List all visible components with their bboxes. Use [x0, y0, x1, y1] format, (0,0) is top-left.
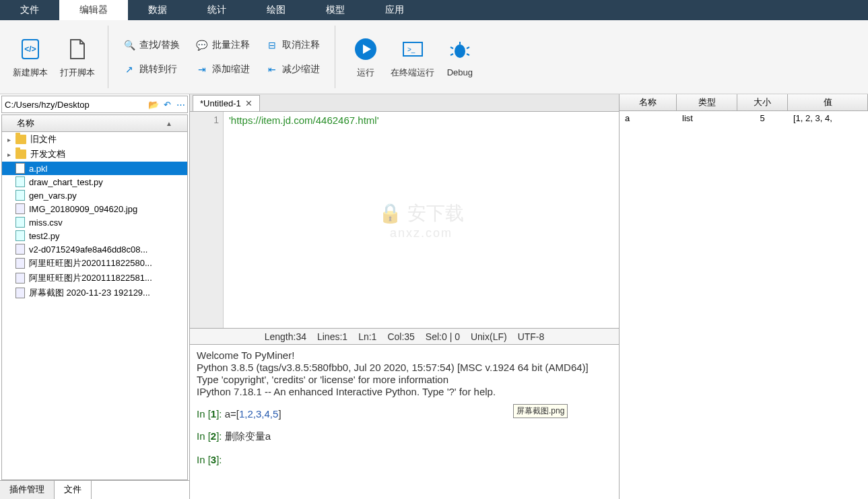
file-browser-panel: 📂 ↶ ⋯ 名称 ▲ ▸旧文件▸开发文档a.pkldraw_chart_test…	[0, 94, 190, 499]
jump-icon: ↗	[123, 63, 135, 75]
debug-button[interactable]: Debug	[436, 27, 483, 88]
path-input[interactable]	[2, 100, 147, 110]
folder-icon	[15, 149, 26, 159]
file-item[interactable]: test2.py	[2, 229, 187, 242]
code-content[interactable]: 'https://item.jd.com/4462467.html' 🔒 安下载…	[224, 112, 619, 328]
file-icon	[15, 163, 25, 174]
add-indent-button[interactable]: ⇥添加缩进	[196, 63, 250, 75]
watermark: 🔒 安下载 anxz.com	[378, 200, 464, 240]
jump-line-button[interactable]: ↗跳转到行	[123, 63, 180, 75]
tab-file[interactable]: 文件	[55, 481, 92, 499]
new-script-label: 新建脚本	[13, 67, 48, 79]
var-col-value[interactable]: 值	[788, 94, 868, 110]
status-sel: Sel:0 | 0	[426, 331, 460, 342]
play-icon	[352, 36, 379, 63]
svg-line-11	[467, 54, 469, 55]
center-panel: *Untitled-1 ✕ 1 'https://item.jd.com/446…	[190, 94, 619, 499]
file-name: test2.py	[29, 231, 60, 241]
menu-tab-plot[interactable]: 绘图	[246, 0, 306, 20]
file-name: 屏幕截图 2020-11-23 192129...	[29, 287, 150, 299]
top-menubar: 文件 编辑器 数据 统计 绘图 模型 应用	[0, 0, 868, 20]
variable-panel: 名称 类型 大小 值 alist5[1, 2, 3, 4,	[619, 94, 868, 499]
find-replace-button[interactable]: 🔍查找/替换	[123, 39, 180, 51]
status-length: Length:34	[265, 331, 306, 342]
python-file-icon	[15, 230, 25, 241]
menu-tab-stats[interactable]: 统计	[187, 0, 246, 20]
file-item[interactable]: gen_vars.py	[2, 189, 187, 202]
editor-status-bar: Length:34 Lines:1 Ln:1 Col:35 Sel:0 | 0 …	[190, 328, 619, 344]
image-file-icon	[15, 288, 25, 298]
comment-icon: 💬	[196, 39, 208, 51]
file-item[interactable]: draw_chart_test.py	[2, 175, 187, 189]
console-in-2: In [2]: 删除变量a	[197, 430, 612, 443]
reduce-indent-button[interactable]: ⇤减少缩进	[266, 63, 320, 75]
file-name: miss.csv	[29, 218, 63, 228]
var-col-size[interactable]: 大小	[737, 94, 788, 110]
file-item[interactable]: a.pkl	[2, 162, 187, 175]
open-script-label: 打开脚本	[60, 67, 95, 79]
status-lines: Lines:1	[317, 331, 347, 342]
variable-row[interactable]: alist5[1, 2, 3, 4,	[620, 111, 868, 125]
new-script-button[interactable]: </> 新建脚本	[7, 27, 54, 88]
file-name: a.pkl	[29, 164, 47, 174]
console-welcome: Welcome To PyMiner!	[197, 350, 612, 361]
menu-tab-file[interactable]: 文件	[0, 0, 59, 20]
console-in-3[interactable]: In [3]:	[197, 454, 612, 465]
path-bar: 📂 ↶ ⋯	[1, 96, 188, 113]
menu-tab-editor[interactable]: 编辑器	[59, 0, 128, 20]
file-item[interactable]: v2-d0715249afe8a46dd8c08...	[2, 242, 187, 256]
code-editor[interactable]: 1 'https://item.jd.com/4462467.html' 🔒 安…	[190, 112, 619, 328]
python-file-icon	[15, 176, 25, 187]
menu-tab-data[interactable]: 数据	[128, 0, 187, 20]
tab-plugin-manager[interactable]: 插件管理	[0, 481, 55, 499]
file-item[interactable]: ▸旧文件	[2, 132, 187, 147]
close-icon[interactable]: ✕	[245, 98, 253, 108]
file-item[interactable]: miss.csv	[2, 215, 187, 229]
file-item[interactable]: 屏幕截图 2020-11-23 192129...	[2, 286, 187, 300]
status-ln: Ln:1	[358, 331, 376, 342]
editor-tab-untitled[interactable]: *Untitled-1 ✕	[193, 95, 260, 111]
file-item[interactable]: 阿里旺旺图片2020111822580...	[2, 256, 187, 271]
console-type-info: Type 'copyright', 'credits' or 'license'…	[197, 374, 612, 385]
back-icon[interactable]: ↶	[160, 100, 174, 110]
run-button[interactable]: 运行	[342, 27, 389, 88]
folder-icon	[15, 135, 26, 144]
menu-tab-model[interactable]: 模型	[306, 0, 365, 20]
file-item[interactable]: 阿里旺旺图片2020111822581...	[2, 271, 187, 286]
status-eol: Unix(LF)	[471, 331, 507, 342]
terminal-icon: >_	[399, 36, 426, 63]
open-script-button[interactable]: 打开脚本	[54, 27, 101, 88]
image-file-icon	[15, 244, 25, 255]
file-name: gen_vars.py	[29, 191, 77, 201]
folder-open-icon[interactable]: 📂	[147, 100, 160, 110]
file-name: IMG_20180909_094620.jpg	[29, 204, 137, 214]
variable-header: 名称 类型 大小 值	[620, 94, 868, 111]
file-list-header[interactable]: 名称 ▲	[1, 114, 188, 132]
indent-icon: ⇥	[196, 63, 208, 75]
python-file-icon	[15, 190, 25, 201]
outdent-icon: ⇤	[266, 63, 278, 75]
console-python-version: Python 3.8.5 (tags/v3.8.5:580fbb0, Jul 2…	[197, 362, 612, 373]
more-icon[interactable]: ⋯	[174, 100, 187, 110]
python-file-icon	[15, 217, 25, 228]
cancel-comment-button[interactable]: ⊟取消注释	[266, 39, 320, 51]
file-name: 旧文件	[30, 133, 57, 145]
variable-rows: alist5[1, 2, 3, 4,	[620, 111, 868, 125]
bug-icon	[446, 36, 473, 63]
file-item[interactable]: ▸开发文档	[2, 147, 187, 162]
ipython-console[interactable]: Welcome To PyMiner! Python 3.8.5 (tags/v…	[190, 344, 619, 499]
menu-tab-app[interactable]: 应用	[365, 0, 424, 20]
file-list: ▸旧文件▸开发文档a.pkldraw_chart_test.pygen_vars…	[1, 132, 188, 480]
file-name: v2-d0715249afe8a46dd8c08...	[29, 244, 147, 255]
file-item[interactable]: IMG_20180909_094620.jpg	[2, 202, 187, 215]
sort-icon: ▲	[166, 120, 172, 127]
run-terminal-button[interactable]: >_ 在终端运行	[389, 27, 436, 88]
line-gutter: 1	[190, 112, 224, 328]
console-ipython-info: IPython 7.18.1 -- An enhanced Interactiv…	[197, 386, 612, 397]
svg-line-9	[467, 47, 469, 48]
search-icon: 🔍	[123, 39, 135, 51]
var-col-name[interactable]: 名称	[620, 94, 677, 110]
var-col-type[interactable]: 类型	[677, 94, 737, 110]
batch-comment-button[interactable]: 💬批量注释	[196, 39, 250, 51]
svg-text:</>: </>	[24, 44, 36, 54]
